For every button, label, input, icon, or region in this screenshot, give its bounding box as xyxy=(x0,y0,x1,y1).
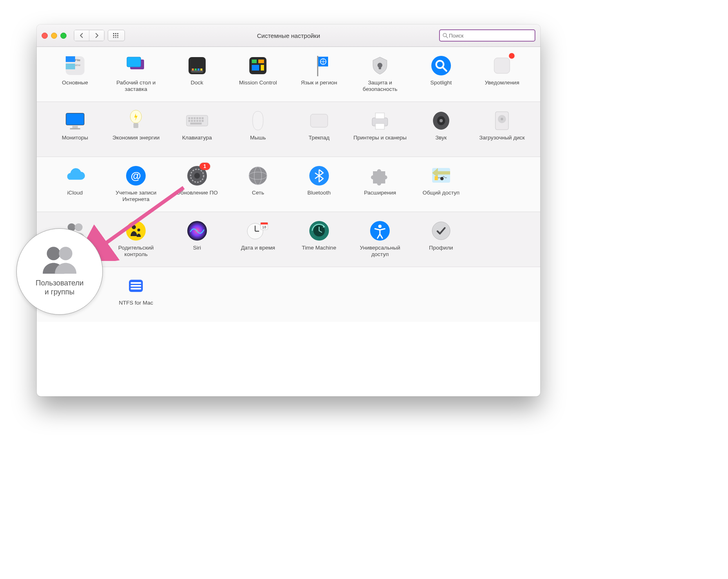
update-badge: 1 xyxy=(200,163,210,170)
pane-spotlight[interactable]: Spotlight xyxy=(412,54,471,99)
pane-siri[interactable]: Siri xyxy=(168,219,226,264)
chevron-right-icon xyxy=(95,33,99,38)
svg-rect-91 xyxy=(261,223,268,225)
trackpad-icon xyxy=(308,109,331,132)
pane-mouse[interactable]: Мышь xyxy=(229,109,288,154)
pane-label: Защита и безопасность xyxy=(351,80,408,93)
pane-startup-disk[interactable]: Загрузочный диск xyxy=(473,109,532,154)
keyboard-icon xyxy=(186,109,209,132)
accessibility-icon xyxy=(368,219,391,242)
svg-text:@: @ xyxy=(131,170,141,182)
pane-icloud[interactable]: iCloud xyxy=(46,164,104,209)
pane-notifications[interactable]: Уведомления xyxy=(473,54,532,99)
svg-rect-60 xyxy=(375,113,384,119)
svg-rect-17 xyxy=(127,57,141,67)
svg-point-106 xyxy=(59,247,72,261)
pane-keyboard[interactable]: Клавиатура xyxy=(168,109,226,154)
pane-mission-control[interactable]: Mission Control xyxy=(229,54,288,99)
pane-energy[interactable]: Экономия энергии xyxy=(107,109,166,154)
date-time-icon: 18 xyxy=(246,219,269,242)
pane-dock[interactable]: Dock xyxy=(168,54,226,99)
desktop-icon xyxy=(124,54,147,77)
pane-label: Основные xyxy=(62,80,88,86)
pane-network[interactable]: Сеть xyxy=(229,164,288,209)
pane-label: Bluetooth xyxy=(307,190,331,196)
pane-displays[interactable]: Мониторы xyxy=(46,109,104,154)
notification-badge-icon xyxy=(509,53,515,59)
svg-rect-41 xyxy=(70,128,80,129)
section-row-5: Java NTFS for Mac xyxy=(46,274,531,319)
svg-rect-78 xyxy=(432,168,450,183)
dock-icon xyxy=(186,54,209,77)
svg-rect-20 xyxy=(192,69,194,71)
pane-label: Дата и время xyxy=(241,245,275,251)
pane-language[interactable]: Язык и регион xyxy=(290,54,348,99)
pane-label: Dock xyxy=(191,80,203,86)
svg-rect-54 xyxy=(196,120,198,122)
back-button[interactable] xyxy=(74,30,89,41)
pane-internet-accounts[interactable]: @ Учетные записи Интернета xyxy=(107,164,166,209)
pane-time-machine[interactable]: Time Machine xyxy=(290,219,348,264)
pane-software-update[interactable]: 1 Обновление ПО xyxy=(168,164,226,209)
show-all-button[interactable] xyxy=(108,30,125,41)
pane-printers[interactable]: Принтеры и сканеры xyxy=(351,109,410,154)
pane-label: Time Machine xyxy=(302,245,336,251)
pane-sharing[interactable]: Общий доступ xyxy=(412,164,471,209)
pane-bluetooth[interactable]: Bluetooth xyxy=(290,164,348,209)
forward-button[interactable] xyxy=(89,30,104,41)
section-row-3: iCloud @ Учетные записи Интернета 1 Обно… xyxy=(46,164,531,209)
svg-point-97 xyxy=(432,222,450,240)
svg-rect-21 xyxy=(195,69,197,71)
annotation-magnifier: Пользователи и группы xyxy=(16,228,103,315)
pane-date-time[interactable]: 18 Дата и время xyxy=(229,219,288,264)
svg-rect-55 xyxy=(199,120,201,122)
parental-controls-icon xyxy=(124,219,147,242)
svg-rect-52 xyxy=(191,120,193,122)
svg-rect-26 xyxy=(258,60,264,63)
svg-rect-56 xyxy=(202,120,204,122)
svg-rect-47 xyxy=(193,117,195,119)
sound-icon xyxy=(430,109,453,132)
pane-extensions[interactable]: Расширения xyxy=(351,164,410,209)
pane-parental-controls[interactable]: Родительский контроль xyxy=(107,219,166,264)
pane-label: Рабочий стол и заставка xyxy=(107,80,164,93)
svg-point-84 xyxy=(132,225,136,229)
pane-label: Клавиатура xyxy=(182,135,212,141)
profiles-icon xyxy=(430,219,453,242)
svg-rect-48 xyxy=(196,117,198,119)
svg-rect-101 xyxy=(131,282,141,284)
svg-point-82 xyxy=(75,223,82,231)
energy-saver-icon xyxy=(124,109,147,132)
svg-rect-61 xyxy=(375,124,384,129)
svg-point-105 xyxy=(47,247,60,261)
pane-desktop[interactable]: Рабочий стол и заставка xyxy=(107,54,166,99)
pane-sound[interactable]: Звук xyxy=(412,109,471,154)
svg-rect-6 xyxy=(113,37,114,38)
pane-label: Обновление ПО xyxy=(176,190,218,196)
svg-rect-45 xyxy=(188,117,190,119)
pane-general[interactable]: FileNew Основные xyxy=(46,54,104,99)
pane-accessibility[interactable]: Универсальный доступ xyxy=(351,219,410,264)
pane-label: Мышь xyxy=(250,135,266,141)
svg-point-96 xyxy=(378,225,382,228)
minimize-button[interactable] xyxy=(51,33,57,39)
spotlight-icon xyxy=(430,54,453,77)
bluetooth-icon xyxy=(308,164,331,187)
svg-rect-12 xyxy=(66,56,75,62)
svg-text:File: File xyxy=(75,58,80,62)
pane-trackpad[interactable]: Трекпад xyxy=(290,109,348,154)
close-button[interactable] xyxy=(42,33,48,39)
section-row-2: Мониторы Экономия энергии Кла xyxy=(46,109,531,154)
svg-rect-34 xyxy=(379,66,381,69)
displays-icon xyxy=(64,109,87,132)
search-field-container[interactable] xyxy=(439,29,535,42)
pane-label: Siri xyxy=(193,245,201,251)
icloud-icon xyxy=(64,164,87,187)
search-input[interactable] xyxy=(448,32,532,39)
svg-rect-46 xyxy=(191,117,193,119)
pane-security[interactable]: Защита и безопасность xyxy=(351,54,410,99)
pane-label: Язык и регион xyxy=(301,80,337,86)
pane-ntfs-for-mac[interactable]: NTFS for Mac xyxy=(107,274,166,319)
zoom-button[interactable] xyxy=(60,33,67,39)
pane-profiles[interactable]: Профили xyxy=(412,219,471,264)
